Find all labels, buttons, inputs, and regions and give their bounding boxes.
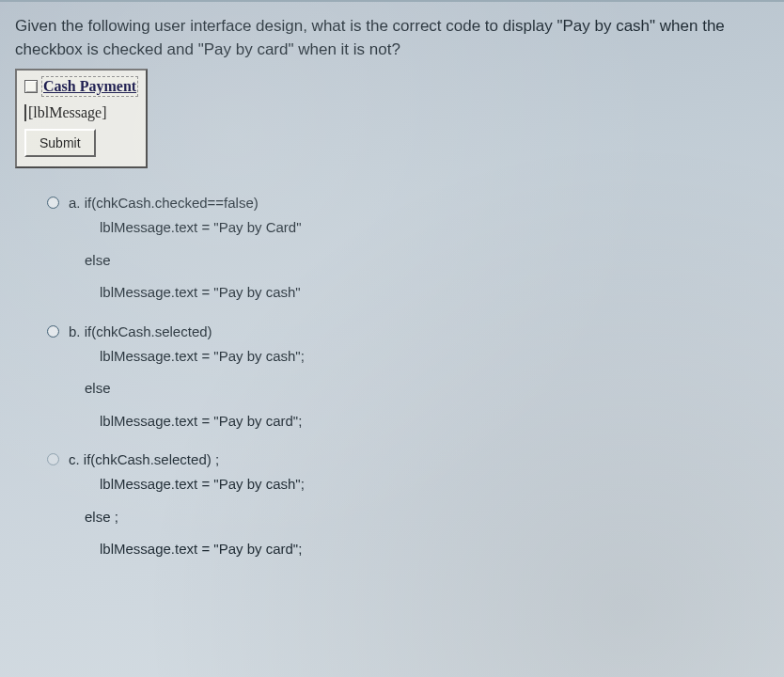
option-b: b. if(chkCash.selected) lblMessage.text … xyxy=(47,323,769,435)
radio-a xyxy=(47,197,59,209)
option-a: a. if(chkCash.checked==false) lblMessage… xyxy=(47,195,769,307)
option-c-line1: lblMessage.text = "Pay by cash"; xyxy=(100,471,769,498)
radio-c[interactable] xyxy=(47,453,59,465)
ui-mockup: Cash Payment [lblMessage] Submit xyxy=(15,69,148,168)
message-label: [lblMessage] xyxy=(24,104,107,121)
option-b-head: b. if(chkCash.selected) xyxy=(69,323,212,339)
option-a-else: else xyxy=(85,247,769,275)
cash-checkbox-label: Cash Payment xyxy=(41,76,138,97)
question-page: Given the following user interface desig… xyxy=(0,0,784,677)
option-c: c. if(chkCash.selected) ; lblMessage.tex… xyxy=(47,451,769,563)
option-a-line2: lblMessage.text = "Pay by cash" xyxy=(100,279,769,307)
radio-b[interactable] xyxy=(47,325,59,338)
option-b-line2: lblMessage.text = "Pay by card"; xyxy=(100,408,769,435)
cash-checkbox[interactable] xyxy=(24,80,38,93)
option-b-line1: lblMessage.text = "Pay by cash"; xyxy=(100,343,769,370)
question-text: Given the following user interface desig… xyxy=(15,15,767,61)
option-a-head: a. if(chkCash.checked==false) xyxy=(69,195,259,211)
option-c-head: c. if(chkCash.selected) ; xyxy=(69,451,219,467)
option-c-else: else ; xyxy=(85,504,769,531)
option-b-else: else xyxy=(85,375,769,402)
answer-options: a. if(chkCash.checked==false) lblMessage… xyxy=(15,195,769,563)
submit-button[interactable]: Submit xyxy=(24,129,96,157)
option-c-line2: lblMessage.text = "Pay by card"; xyxy=(100,536,769,563)
option-a-line1: lblMessage.text = "Pay by Card" xyxy=(100,214,769,242)
